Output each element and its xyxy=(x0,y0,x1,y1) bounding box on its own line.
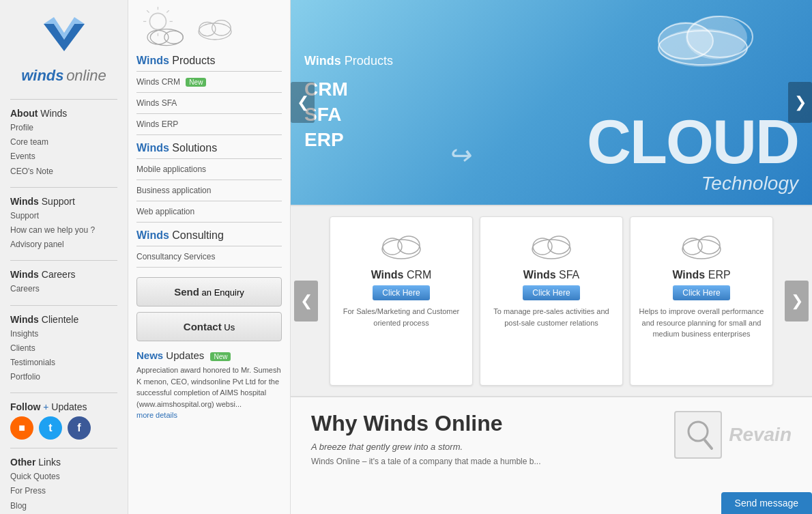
support-title: Winds Support xyxy=(10,196,117,207)
carousel-erp: ERP xyxy=(304,129,414,151)
svg-line-7 xyxy=(147,10,149,12)
product-card-crm: Winds CRM Click Here For Sales/Marketing… xyxy=(330,216,473,386)
svg-point-11 xyxy=(164,31,183,44)
consulting-header: Winds Consulting xyxy=(136,229,282,242)
main-content: Winds Products CRM SFA ERP xyxy=(291,0,812,514)
svg-point-26 xyxy=(548,236,570,254)
sidebar-link-events[interactable]: Events xyxy=(10,149,117,164)
clientele-title: Winds Clientele xyxy=(10,314,117,325)
sidebar-link-coreteam[interactable]: Core team xyxy=(10,135,117,149)
revain-widget: Revain xyxy=(674,411,792,459)
sun-cloud-icon xyxy=(136,7,191,48)
cards-prev-button[interactable]: ❮ xyxy=(294,281,318,322)
menu-consultancy[interactable]: Consultancy Services xyxy=(136,248,282,265)
carousel-crm: CRM xyxy=(304,78,414,100)
follow-title: Follow + Updates xyxy=(10,401,117,412)
sidebar-link-press[interactable]: For Press xyxy=(10,484,117,498)
careers-title: Winds Careers xyxy=(10,269,117,280)
sidebar-link-quickquotes[interactable]: Quick Quotes xyxy=(10,470,117,484)
card-sfa-button[interactable]: Click Here xyxy=(523,285,579,300)
card-crm-button[interactable]: Click Here xyxy=(373,285,429,300)
card-erp-desc: Helps to improve overall performance and… xyxy=(637,306,766,340)
other-links-section: Other Links Quick Quotes For Press Blog xyxy=(0,453,128,514)
menu-winds-crm[interactable]: Winds CRM New xyxy=(136,74,282,90)
logo-icon xyxy=(37,14,91,61)
contact-us-button[interactable]: Contact Us xyxy=(136,312,282,341)
svg-point-29 xyxy=(698,236,720,254)
sidebar-link-careers[interactable]: Careers xyxy=(10,282,117,296)
svg-point-30 xyxy=(688,422,708,441)
card-erp-title: Winds ERP xyxy=(637,269,766,281)
rss-icon[interactable]: ■ xyxy=(10,416,33,440)
sidebar-link-blog[interactable]: Blog xyxy=(10,499,117,513)
follow-section: Follow + Updates ■ t f xyxy=(0,397,128,444)
careers-section: Winds Careers Careers xyxy=(0,265,128,300)
other-title: Other Links xyxy=(10,457,117,468)
crm-cloud-icon xyxy=(377,227,425,261)
sidebar-link-testimonials[interactable]: Testimonials xyxy=(10,356,117,370)
svg-point-2 xyxy=(149,13,166,29)
menu-winds-sfa[interactable]: Winds SFA xyxy=(136,95,282,111)
card-crm-title: Winds CRM xyxy=(337,269,465,281)
carousel-cloud xyxy=(648,7,757,70)
menu-mobile-apps[interactable]: Mobile applications xyxy=(136,161,282,177)
menu-business-app[interactable]: Business application xyxy=(136,182,282,199)
news-header: News Updates New xyxy=(136,349,282,361)
card-crm-desc: For Sales/Marketing and Customer oriente… xyxy=(337,306,465,328)
social-icons: ■ t f xyxy=(10,416,117,440)
cloud-icon xyxy=(194,10,235,44)
sidebar-link-portfolio[interactable]: Portfolio xyxy=(10,370,117,384)
revain-label: Revain xyxy=(729,424,792,446)
news-more-link[interactable]: more details xyxy=(136,411,177,419)
carousel-center: ↪ CLOUD Technology xyxy=(427,0,812,205)
product-card-sfa: Winds SFA Click Here To manage pre-sales… xyxy=(480,216,623,386)
product-card-erp: Winds ERP Click Here Helps to improve ov… xyxy=(630,216,773,386)
sidebar-link-clients[interactable]: Clients xyxy=(10,341,117,356)
news-section: News Updates New Appreciation award hono… xyxy=(136,349,282,420)
product-cards-area: ❮ Winds CRM Click Here For Sales/Marketi… xyxy=(291,205,812,396)
carousel-title: Winds Products xyxy=(304,54,414,68)
sidebar-link-help[interactable]: How can we help you ? xyxy=(10,223,117,238)
svg-line-31 xyxy=(705,440,712,448)
solutions-header: Winds Solutions xyxy=(136,142,282,154)
middle-panel: Winds Products Winds CRM New Winds SFA W… xyxy=(128,0,291,514)
sidebar-link-advisory[interactable]: Advisory panel xyxy=(10,238,117,252)
card-erp-button[interactable]: Click Here xyxy=(673,285,729,300)
menu-web-app[interactable]: Web application xyxy=(136,203,282,220)
carousel-next-button[interactable]: ❯ xyxy=(788,82,812,123)
svg-point-23 xyxy=(398,236,420,254)
clientele-section: Winds Clientele Insights Clients Testimo… xyxy=(0,310,128,389)
card-sfa-desc: To manage pre-sales activities and post-… xyxy=(487,306,615,328)
svg-line-8 xyxy=(166,10,169,12)
send-enquiry-button[interactable]: Send an Enquiry xyxy=(136,277,282,306)
menu-winds-erp[interactable]: Winds ERP xyxy=(136,116,282,132)
sidebar-link-support[interactable]: Support xyxy=(10,209,117,223)
sidebar-link-ceonote[interactable]: CEO's Note xyxy=(10,165,117,179)
cloud-big-text: CLOUD Technology xyxy=(587,111,798,195)
carousel-prev-button[interactable]: ❮ xyxy=(291,82,315,123)
sidebar: winds online About Winds Profile Core te… xyxy=(0,0,128,514)
weather-illustration xyxy=(136,7,282,48)
twitter-icon[interactable]: t xyxy=(39,416,62,440)
sfa-cloud-icon xyxy=(527,227,575,261)
support-section: Winds Support Support How can we help yo… xyxy=(0,192,128,257)
send-message-bar[interactable]: Send message xyxy=(721,492,812,514)
logo-text: winds online xyxy=(10,67,117,85)
logo-area: winds online xyxy=(0,7,128,95)
arrow-decoration: ↪ xyxy=(448,139,471,171)
erp-cloud-icon xyxy=(678,227,725,261)
cards-next-button[interactable]: ❯ xyxy=(785,281,809,322)
sidebar-link-profile[interactable]: Profile xyxy=(10,121,117,135)
facebook-icon[interactable]: f xyxy=(68,416,91,440)
carousel-sfa: SFA xyxy=(304,104,414,126)
sidebar-link-insights[interactable]: Insights xyxy=(10,327,117,341)
products-header: Winds Products xyxy=(136,55,282,67)
news-text: Appreciation award honored to Mr. Sumesh… xyxy=(136,365,282,410)
svg-point-14 xyxy=(212,20,231,35)
about-section: About Winds Profile Core team Events CEO… xyxy=(0,104,128,183)
revain-icon xyxy=(674,411,722,459)
card-sfa-title: Winds SFA xyxy=(487,269,615,281)
carousel-banner: Winds Products CRM SFA ERP xyxy=(291,0,812,205)
about-title: About Winds xyxy=(10,108,117,119)
